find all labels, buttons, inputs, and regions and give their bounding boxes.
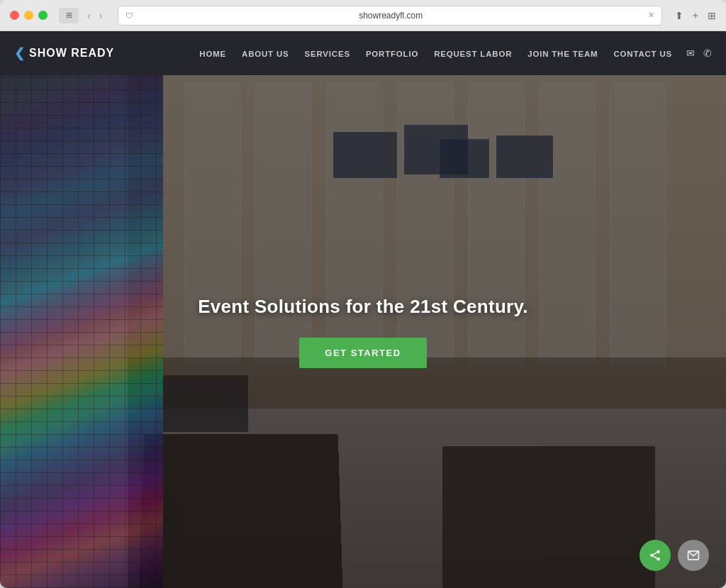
traffic-lights [10, 11, 48, 20]
get-started-button[interactable]: GET STARTED [299, 338, 426, 368]
sidebar-toggle[interactable]: ⊞ [59, 8, 79, 23]
email-fab-button[interactable] [678, 540, 709, 571]
navbar: ❮ SHOW READY HOME ABOUT US SERVICES PORT… [0, 31, 726, 75]
nav-services[interactable]: SERVICES [298, 45, 357, 62]
email-nav-icon[interactable]: ✉ [686, 48, 695, 59]
svg-line-3 [653, 556, 657, 558]
forward-arrow[interactable]: › [96, 9, 106, 23]
email-icon [687, 549, 700, 562]
browser-actions: ⬆ ＋ ⊞ [675, 9, 716, 22]
logo-text: SHOW READY [29, 47, 114, 60]
share-browser-icon[interactable]: ⬆ [675, 10, 683, 21]
url-text: showreadyfl.com [138, 11, 644, 21]
browser-window: ⊞ ‹ › 🛡 showreadyfl.com ✕ ⬆ ＋ ⊞ ❮ SHOW R… [0, 0, 726, 588]
svg-point-0 [657, 550, 660, 554]
nav-home[interactable]: HOME [192, 45, 233, 62]
nav-portfolio[interactable]: PORTFOLIO [359, 45, 425, 62]
svg-point-2 [657, 558, 660, 561]
browser-titlebar: ⊞ ‹ › 🛡 showreadyfl.com ✕ ⬆ ＋ ⊞ [0, 0, 726, 31]
website-content: ❮ SHOW READY HOME ABOUT US SERVICES PORT… [0, 31, 726, 588]
nav-join-team[interactable]: JOIN THE TEAM [520, 45, 605, 62]
svg-line-4 [653, 553, 657, 555]
share-icon [649, 549, 661, 562]
close-button[interactable] [10, 11, 19, 20]
logo-chevron-icon: ❮ [14, 45, 25, 61]
new-tab-icon[interactable]: ＋ [691, 9, 700, 22]
phone-nav-icon[interactable]: ✆ [703, 48, 712, 59]
grid-view-icon[interactable]: ⊞ [708, 10, 716, 21]
fab-container [640, 540, 709, 571]
nav-links: HOME ABOUT US SERVICES PORTFOLIO REQUEST… [192, 47, 679, 60]
share-fab-button[interactable] [640, 540, 671, 571]
minimize-button[interactable] [24, 11, 33, 20]
nav-icons: ✉ ✆ [686, 48, 712, 59]
back-arrow[interactable]: ‹ [84, 9, 94, 23]
security-icon: 🛡 [125, 11, 133, 20]
browser-controls: ⊞ [59, 8, 79, 23]
nav-about[interactable]: ABOUT US [235, 45, 296, 62]
svg-point-1 [650, 554, 654, 558]
nav-request-labor[interactable]: REQUEST LABOR [427, 45, 519, 62]
hero-section: Event Solutions for the 21st Century. GE… [0, 75, 726, 588]
nav-arrows: ‹ › [84, 9, 105, 23]
logo[interactable]: ❮ SHOW READY [14, 45, 114, 61]
address-bar[interactable]: 🛡 showreadyfl.com ✕ [118, 6, 662, 26]
nav-contact[interactable]: CONTACT US [606, 45, 679, 62]
hero-content: Event Solutions for the 21st Century. GE… [198, 296, 528, 368]
maximize-button[interactable] [38, 11, 48, 20]
clear-url-button[interactable]: ✕ [648, 11, 654, 20]
hero-headline: Event Solutions for the 21st Century. [198, 296, 528, 318]
